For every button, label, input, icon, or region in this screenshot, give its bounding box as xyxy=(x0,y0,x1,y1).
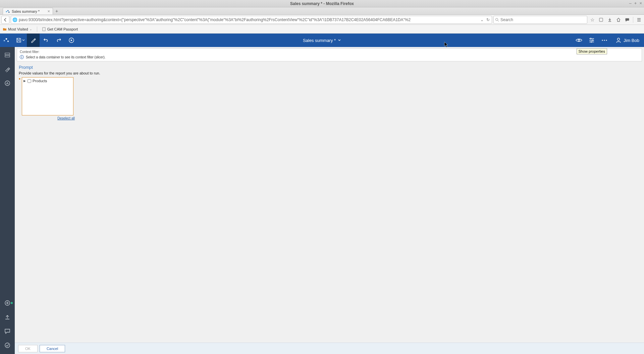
app-grid-icon xyxy=(3,37,9,43)
prompt-description: Provide values for the report you are ab… xyxy=(19,71,640,75)
svg-point-19 xyxy=(604,40,605,41)
user-menu[interactable]: Jim Bob xyxy=(611,37,644,43)
svg-point-18 xyxy=(602,40,603,41)
tree-checkbox[interactable] xyxy=(28,79,31,83)
svg-rect-0 xyxy=(6,11,7,12)
pocket-icon[interactable] xyxy=(597,16,605,23)
username-label: Jim Bob xyxy=(624,38,639,43)
edit-mode-button[interactable] xyxy=(27,34,40,47)
bookmarks-bar: Most Visited ⌄ Get CAM Passport xyxy=(0,25,644,34)
user-icon xyxy=(615,37,622,43)
run-button[interactable] xyxy=(65,34,78,47)
context-filter-info-text: Select a data container to see its conte… xyxy=(26,55,105,59)
check-circle-icon xyxy=(4,342,10,348)
search-icon xyxy=(495,18,499,22)
browser-search-field[interactable] xyxy=(493,16,587,24)
window-maximize-button[interactable]: + xyxy=(634,1,637,6)
svg-point-13 xyxy=(590,38,591,39)
svg-rect-2 xyxy=(8,11,9,12)
svg-rect-7 xyxy=(4,40,5,41)
save-icon xyxy=(16,38,21,43)
tree-row[interactable]: ▶ Products xyxy=(23,79,72,83)
browser-tab[interactable]: Sales summary * × xyxy=(3,8,53,14)
comment-button[interactable] xyxy=(3,326,12,336)
chevron-down-icon xyxy=(22,39,25,42)
navigate-button[interactable] xyxy=(3,79,12,88)
window-minimize-button[interactable]: – xyxy=(629,1,632,6)
tree-node-label: Products xyxy=(33,79,47,83)
deselect-all-link[interactable]: Deselect all xyxy=(22,116,75,120)
svg-point-21 xyxy=(618,38,620,41)
share-button[interactable] xyxy=(3,312,12,322)
tab-close-icon[interactable]: × xyxy=(47,9,50,14)
app-bar: Sales summary * Jim Bob Show properties xyxy=(0,34,644,47)
bookmark-get-cam-passport[interactable]: Get CAM Passport xyxy=(42,27,78,31)
status-dot-icon xyxy=(11,302,13,304)
app-switcher-button[interactable] xyxy=(0,34,13,47)
browser-search-input[interactable] xyxy=(500,17,586,22)
url-history-dropdown-icon[interactable]: ⌄ xyxy=(480,17,484,22)
toolbox-button[interactable] xyxy=(3,64,12,74)
reload-icon[interactable]: ↻ xyxy=(486,17,490,22)
globe-icon: 🌐 xyxy=(12,17,17,22)
bookmark-label: Get CAM Passport xyxy=(47,27,78,31)
prompt-tree[interactable]: ▶ Products xyxy=(22,77,73,115)
preview-button[interactable] xyxy=(573,34,585,47)
browser-urlbar-row: 🌐 pavo:9300/bi/index.html?perspective=au… xyxy=(0,15,644,25)
hammer-icon xyxy=(4,66,10,72)
data-source-icon xyxy=(4,52,10,58)
properties-button[interactable] xyxy=(585,34,598,47)
undo-button[interactable] xyxy=(40,34,52,47)
redo-button[interactable] xyxy=(52,34,65,47)
pencil-icon xyxy=(31,38,36,43)
add-button[interactable] xyxy=(3,298,12,308)
os-titlebar: Sales summary * - Mozilla Firefox – + × xyxy=(0,0,644,7)
ellipsis-icon xyxy=(601,39,607,41)
content-area: Context filter: i Select a data containe… xyxy=(15,47,644,354)
hamburger-menu-icon[interactable] xyxy=(635,16,643,23)
save-menu-button[interactable] xyxy=(13,34,27,47)
window-close-button[interactable]: × xyxy=(639,1,642,6)
bookmark-star-icon[interactable]: ☆ xyxy=(589,16,596,23)
play-circle-icon xyxy=(68,37,74,43)
nav-back-button[interactable] xyxy=(1,16,9,24)
svg-point-24 xyxy=(5,81,10,86)
window-title: Sales summary * - Mozilla Firefox xyxy=(290,1,354,6)
bookmark-label: Most Visited xyxy=(8,27,28,31)
ok-button[interactable]: OK xyxy=(18,345,38,352)
svg-point-3 xyxy=(496,18,498,20)
svg-point-15 xyxy=(592,40,593,41)
back-arrow-icon xyxy=(3,18,7,22)
info-icon: i xyxy=(20,55,24,59)
prompt-section: Prompt Provide values for the report you… xyxy=(15,63,644,343)
tree-expand-icon[interactable]: ▶ xyxy=(23,79,26,83)
more-menu-button[interactable] xyxy=(598,34,611,47)
eye-icon xyxy=(576,38,582,43)
sliders-icon xyxy=(589,37,595,43)
left-rail xyxy=(0,47,15,354)
chat-icon[interactable] xyxy=(624,16,631,23)
folder-icon xyxy=(3,27,7,31)
data-panel-button[interactable] xyxy=(3,50,12,60)
svg-rect-1 xyxy=(7,10,8,11)
downloads-icon[interactable] xyxy=(606,16,613,23)
url-text: pavo:9300/bi/index.html?perspective=auth… xyxy=(19,17,478,22)
validate-button[interactable] xyxy=(3,341,12,350)
svg-rect-6 xyxy=(43,28,45,31)
home-icon[interactable] xyxy=(615,16,622,23)
toolbar-separator xyxy=(633,17,633,23)
new-tab-button[interactable]: + xyxy=(53,8,60,14)
page-icon xyxy=(42,27,46,31)
report-title-dropdown[interactable]: Sales summary * xyxy=(303,38,341,43)
upload-icon xyxy=(4,314,10,320)
browser-tabstrip: Sales summary * × + xyxy=(0,7,644,15)
svg-point-17 xyxy=(591,41,592,42)
url-field[interactable]: 🌐 pavo:9300/bi/index.html?perspective=au… xyxy=(11,16,492,24)
bookmark-most-visited[interactable]: Most Visited ⌄ xyxy=(3,27,32,31)
prompt-footer: OK Cancel xyxy=(15,343,644,354)
tooltip-show-properties: Show properties xyxy=(577,48,607,54)
report-title: Sales summary * xyxy=(303,38,336,43)
plus-circle-icon xyxy=(4,300,10,306)
prompt-heading: Prompt xyxy=(19,65,640,70)
cancel-button[interactable]: Cancel xyxy=(40,345,65,352)
